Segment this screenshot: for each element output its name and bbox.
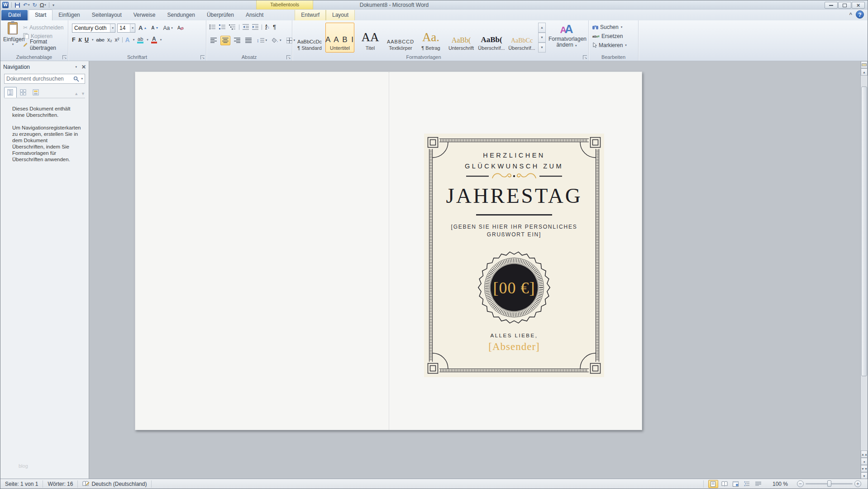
fullscreen-reading-view-button[interactable]	[720, 480, 730, 488]
gallery-scroll-down[interactable]: ▼	[538, 33, 546, 43]
cut-button[interactable]: ✂ Ausschneiden	[22, 23, 68, 32]
numbered-list-icon[interactable]	[219, 24, 226, 30]
show-paragraph-marks-button[interactable]: ¶	[273, 24, 276, 30]
scroll-up-arrow[interactable]: ▲	[861, 68, 868, 76]
select-browse-object-button[interactable]: ●	[861, 458, 868, 465]
card-greeting[interactable]: HERZLICHEN GLÜCKWUNSCH ZUM	[424, 150, 604, 172]
print-layout-view-button[interactable]	[708, 480, 718, 488]
save-button[interactable]	[14, 2, 20, 8]
card-closing[interactable]: ALLES LIEBE,	[424, 333, 604, 338]
align-center-button[interactable]	[220, 36, 230, 45]
greeting-placeholder[interactable]: [GEBEN SIE HIER IHR PERSONLICHES GRUßWOR…	[424, 223, 604, 239]
align-right-button[interactable]	[233, 36, 242, 45]
web-layout-view-button[interactable]	[731, 480, 741, 488]
change-case-button[interactable]: Aa▾	[162, 23, 174, 33]
outline-view-button[interactable]	[742, 480, 752, 488]
zoom-in-button[interactable]: +	[854, 480, 861, 487]
tab-start[interactable]: Start	[29, 10, 52, 20]
sort-button[interactable]: AZ ↓	[265, 24, 270, 30]
draft-view-button[interactable]	[754, 480, 763, 488]
styles-dialog-launcher[interactable]: ↘	[583, 55, 587, 59]
document-page[interactable]: HERZLICHEN GLÜCKWUNSCH ZUM JAHRESTAG	[135, 72, 642, 430]
select-button[interactable]: Markieren▾	[589, 41, 638, 50]
proofing-status[interactable]: Deutsch (Deutschland)	[78, 481, 151, 487]
clear-formatting-button[interactable]: A	[176, 23, 185, 33]
font-color-button[interactable]: A	[151, 37, 157, 43]
style-untertitel[interactable]: A A B I Untertitel	[325, 23, 354, 53]
font-size-combobox[interactable]: 14▾	[117, 24, 135, 33]
style-unterschrift[interactable]: AaBb( Unterschrift	[447, 23, 476, 53]
bullet-list-icon[interactable]	[209, 24, 216, 30]
page-indicator[interactable]: Seite: 1 von 1	[0, 481, 43, 487]
increase-indent-icon[interactable]	[252, 24, 258, 30]
shrink-font-button[interactable]: A▼	[150, 23, 160, 33]
zoom-level[interactable]: 100 %	[768, 481, 792, 487]
highlight-color-button[interactable]: ab	[137, 37, 143, 43]
symbol-button[interactable]: Ω▾	[40, 2, 46, 9]
scrollbar-thumb[interactable]	[861, 86, 867, 376]
bold-button[interactable]: F	[72, 37, 76, 43]
previous-page-button[interactable]: ▲▲	[861, 451, 868, 458]
word-app-icon[interactable]: W	[2, 2, 9, 8]
navigation-pane-close-icon[interactable]: ✕	[81, 64, 86, 70]
tab-seitenlayout[interactable]: Seitenlayout	[86, 10, 128, 20]
font-name-combobox[interactable]: Century Goth▾	[72, 24, 115, 33]
clipboard-dialog-launcher[interactable]: ↘	[62, 55, 67, 59]
zoom-slider-track[interactable]	[806, 483, 853, 484]
search-options-dropdown[interactable]: ▾	[81, 77, 83, 81]
collapse-ribbon-icon[interactable]: ^	[849, 12, 852, 17]
multilevel-list-icon[interactable]	[229, 24, 236, 30]
style-textkoerper[interactable]: AABBCCD Textkörper	[386, 23, 415, 53]
tab-datei[interactable]: Datei	[1, 10, 28, 20]
ruler-toggle-button[interactable]	[861, 61, 868, 68]
minimize-button[interactable]	[825, 2, 838, 9]
tab-entwurf[interactable]: Entwurf	[295, 10, 326, 20]
next-heading-icon[interactable]: ▼	[81, 91, 85, 96]
tab-sendungen[interactable]: Sendungen	[161, 10, 200, 20]
underline-button[interactable]: U	[85, 37, 89, 43]
amount-placeholder[interactable]: [00 €]	[493, 279, 535, 297]
tab-ueberpruefen[interactable]: Überprüfen	[201, 10, 240, 20]
tab-browse-pages[interactable]	[17, 87, 29, 98]
next-page-button[interactable]: ▼▼	[861, 465, 868, 472]
replace-button[interactable]: ab⇄ Ersetzen	[589, 32, 638, 41]
justify-button[interactable]	[244, 36, 253, 45]
document-search-input[interactable]: Dokument durchsuchen ▾	[4, 74, 85, 84]
tab-ansicht[interactable]: Ansicht	[240, 10, 269, 20]
format-painter-button[interactable]: Format übertragen	[22, 40, 68, 49]
shading-button[interactable]: ▾	[271, 36, 283, 45]
tab-einfuegen[interactable]: Einfügen	[52, 10, 86, 20]
paragraph-dialog-launcher[interactable]: ↘	[286, 55, 291, 59]
anniversary-card[interactable]: HERZLICHEN GLÜCKWUNSCH ZUM JAHRESTAG	[424, 134, 604, 377]
align-left-button[interactable]	[209, 36, 218, 45]
paste-button[interactable]: Einfügen ▾	[3, 22, 22, 55]
gallery-more-button[interactable]: ▼	[538, 43, 546, 53]
tab-browse-results[interactable]	[29, 87, 42, 98]
restore-button[interactable]	[838, 2, 851, 9]
style-standard[interactable]: AaBbCcDc ¶ Standard	[295, 23, 324, 53]
tab-browse-headings[interactable]	[4, 87, 17, 98]
gallery-scroll-up[interactable]: ▲	[538, 23, 546, 33]
italic-button[interactable]: K	[78, 37, 82, 43]
change-styles-button[interactable]: AA Formatvorlagen ändern ▾	[548, 22, 585, 56]
vertical-scrollbar[interactable]: ▲ ▲▲ ● ▼▼ ▼	[860, 61, 868, 479]
help-button[interactable]: ?	[856, 10, 864, 19]
close-button[interactable]: ×	[852, 2, 865, 9]
amount-seal[interactable]: [00 €]	[474, 248, 554, 327]
previous-heading-icon[interactable]: ▲	[74, 91, 78, 96]
font-dialog-launcher[interactable]: ↘	[200, 55, 205, 59]
zoom-out-button[interactable]: −	[797, 480, 804, 487]
line-spacing-button[interactable]: ↕ ▾	[255, 36, 268, 45]
strikethrough-button[interactable]: abe	[96, 37, 105, 43]
underline-dropdown[interactable]: ▾	[92, 38, 94, 42]
card-title[interactable]: JAHRESTAG	[424, 183, 604, 208]
style-ueberschrift-2[interactable]: AaBbCc Überschrif...	[507, 23, 536, 53]
repeat-button[interactable]: ↻	[33, 2, 37, 8]
style-betrag[interactable]: Aa. ¶ Betrag	[416, 23, 445, 53]
subscript-button[interactable]: x₂	[107, 37, 112, 43]
superscript-button[interactable]: x²	[115, 37, 119, 43]
style-ueberschrift-1[interactable]: AaBb( Überschrif...	[477, 23, 506, 53]
undo-button[interactable]: ↶▾	[23, 2, 30, 8]
tab-verweise[interactable]: Verweise	[128, 10, 162, 20]
style-titel[interactable]: AA Titel	[356, 23, 385, 53]
